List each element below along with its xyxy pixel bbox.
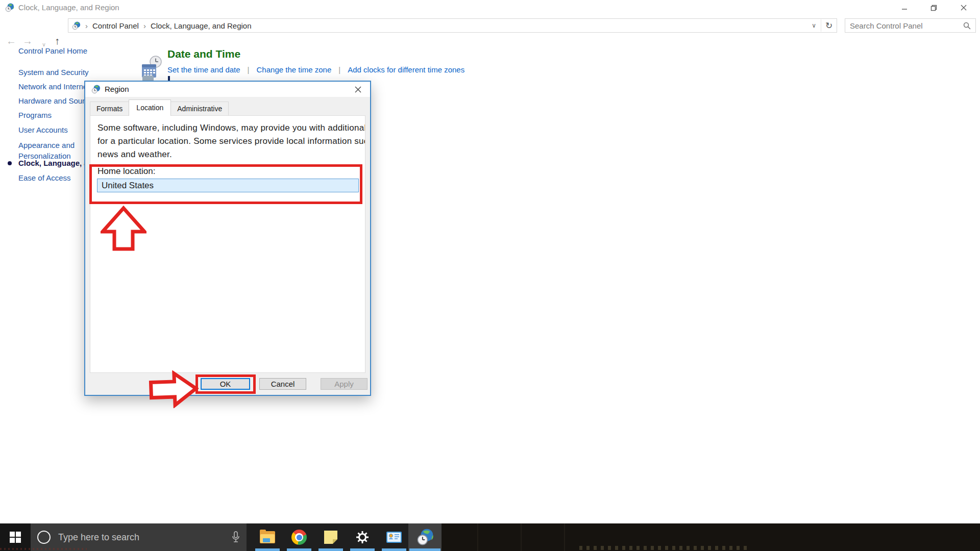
tab-formats[interactable]: Formats bbox=[90, 102, 129, 116]
tab-administrative[interactable]: Administrative bbox=[170, 102, 229, 116]
control-panel-window: Clock, Language, and Region ← → ∨ ↑ › Co… bbox=[0, 0, 980, 551]
dialog-tabstrip: Formats Location Administrative bbox=[90, 101, 228, 116]
address-page-icon bbox=[72, 21, 81, 30]
link-set-time-date[interactable]: Set the time and date bbox=[167, 65, 240, 74]
date-time-task-links: Set the time and date | Change the time … bbox=[167, 65, 464, 74]
back-icon[interactable]: ← bbox=[6, 34, 16, 47]
seam bbox=[521, 523, 522, 551]
windows-logo-icon bbox=[10, 532, 21, 543]
sidebar-item-control-panel-home[interactable]: Control Panel Home bbox=[18, 46, 87, 55]
taskbar-region-window-icon[interactable] bbox=[408, 523, 442, 551]
running-indicator bbox=[287, 548, 311, 551]
taskbar-contact-card-icon[interactable] bbox=[381, 523, 407, 551]
address-dropdown-icon[interactable]: ∨ bbox=[812, 22, 816, 29]
dialog-close-button[interactable] bbox=[347, 82, 369, 97]
running-indicator bbox=[382, 548, 406, 551]
address-bar[interactable]: › Control Panel › Clock, Language, and R… bbox=[68, 18, 837, 33]
sidebar-item-hardware-sound[interactable]: Hardware and Sound bbox=[18, 96, 91, 105]
sidebar-item-network-internet[interactable]: Network and Internet bbox=[18, 82, 89, 91]
sidebar-item-programs[interactable]: Programs bbox=[18, 111, 52, 119]
cancel-button[interactable]: Cancel bbox=[259, 378, 306, 390]
cortana-icon bbox=[37, 531, 51, 544]
refresh-icon[interactable]: ↻ bbox=[821, 20, 837, 31]
running-indicator bbox=[350, 548, 375, 551]
gear-icon bbox=[355, 530, 370, 545]
search-icon[interactable] bbox=[963, 22, 971, 30]
search-input[interactable] bbox=[845, 21, 963, 31]
clock-region-icon bbox=[5, 3, 14, 12]
region-clock-globe-icon bbox=[416, 529, 434, 546]
breadcrumb-control-panel[interactable]: Control Panel bbox=[92, 21, 139, 30]
restore-button[interactable] bbox=[922, 0, 945, 15]
window-title: Clock, Language, and Region bbox=[18, 0, 119, 15]
restore-icon bbox=[930, 5, 937, 11]
link-separator: | bbox=[338, 65, 340, 74]
sidebar-item-appearance-personalization[interactable]: Appearance and Personalization bbox=[18, 140, 92, 161]
contact-card-icon bbox=[386, 531, 402, 544]
start-button[interactable] bbox=[0, 523, 31, 551]
sidebar-item-ease-of-access[interactable]: Ease of Access bbox=[18, 173, 71, 182]
sidebar-item-user-accounts[interactable]: User Accounts bbox=[18, 126, 68, 134]
annotation-arrow-up bbox=[101, 205, 146, 252]
seam bbox=[477, 523, 478, 551]
taskbar-chrome-icon[interactable] bbox=[286, 523, 312, 551]
intro-line: for a particular location. Some services… bbox=[97, 135, 365, 148]
apply-button: Apply bbox=[321, 378, 368, 390]
chrome-icon bbox=[291, 530, 307, 545]
taskbar-dark-region bbox=[442, 523, 980, 551]
link-separator: | bbox=[248, 65, 250, 74]
taskbar-sticky-notes-icon[interactable] bbox=[317, 523, 344, 551]
annotation-box-ok bbox=[195, 374, 256, 394]
breadcrumb-current[interactable]: Clock, Language, and Region bbox=[151, 21, 252, 30]
section-title-date-and-time[interactable]: Date and Time bbox=[167, 48, 240, 60]
navigation-bar: ← → ∨ ↑ › Control Panel › Clock, Languag… bbox=[0, 15, 980, 36]
dialog-titlebar: Region bbox=[85, 82, 370, 97]
dialog-title: Region bbox=[105, 82, 129, 97]
taskbar-search-placeholder: Type here to search bbox=[58, 532, 232, 543]
partial-language-heading bbox=[168, 76, 170, 81]
seam bbox=[564, 523, 565, 551]
link-change-time-zone[interactable]: Change the time zone bbox=[257, 65, 332, 74]
intro-line: Some software, including Windows, may pr… bbox=[97, 121, 365, 135]
running-indicator bbox=[409, 548, 440, 551]
close-icon bbox=[961, 5, 967, 11]
close-icon bbox=[355, 86, 361, 93]
link-add-clocks[interactable]: Add clocks for different time zones bbox=[348, 65, 464, 74]
location-intro-text: Some software, including Windows, may pr… bbox=[97, 121, 365, 161]
tab-location[interactable]: Location bbox=[129, 99, 171, 116]
running-indicator bbox=[318, 548, 343, 551]
sidebar-item-system-security[interactable]: System and Security bbox=[18, 68, 89, 77]
taskbar: Type here to search bbox=[0, 523, 980, 551]
breadcrumb-chevron-icon: › bbox=[143, 21, 146, 30]
intro-line: news and weather. bbox=[97, 148, 365, 161]
microphone-icon[interactable] bbox=[232, 531, 240, 543]
taskbar-file-explorer-icon[interactable] bbox=[254, 523, 281, 551]
background-artifact bbox=[0, 548, 87, 550]
sticky-notes-icon bbox=[324, 531, 337, 544]
breadcrumb-chevron-icon: › bbox=[85, 21, 88, 30]
annotation-box-home-location bbox=[89, 164, 362, 204]
active-item-bullet bbox=[8, 161, 12, 165]
minimize-button[interactable] bbox=[893, 0, 916, 15]
search-box bbox=[845, 18, 976, 33]
taskbar-search[interactable]: Type here to search bbox=[31, 523, 247, 551]
video-caption-fragment bbox=[579, 546, 748, 550]
region-dialog-icon bbox=[91, 85, 101, 94]
annotation-arrow-right bbox=[148, 369, 200, 409]
minimize-icon bbox=[901, 5, 908, 11]
taskbar-settings-icon[interactable] bbox=[349, 523, 376, 551]
running-indicator bbox=[255, 548, 280, 551]
file-explorer-icon bbox=[260, 531, 275, 543]
window-titlebar: Clock, Language, and Region bbox=[0, 0, 980, 15]
close-button[interactable] bbox=[952, 0, 975, 15]
